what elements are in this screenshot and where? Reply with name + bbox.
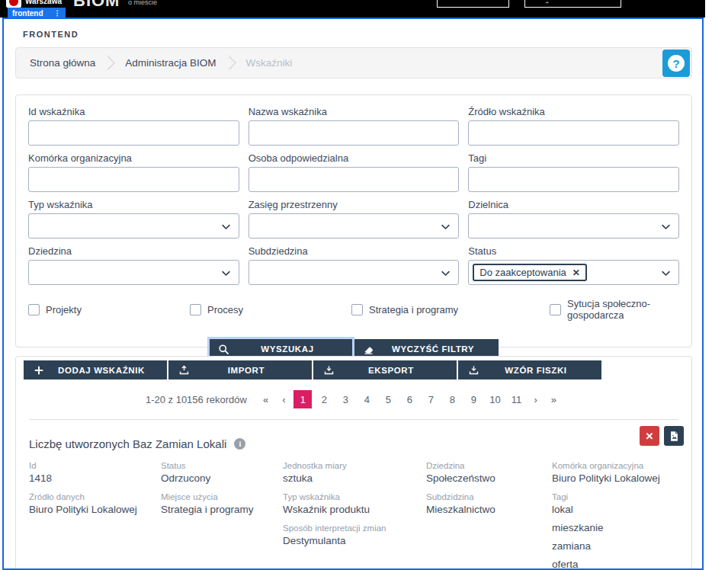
- checkbox-sytuacja-spoleczno-gospodarcza[interactable]: Sytucja społeczno-gospodarcza: [550, 298, 679, 321]
- osoba-odpowiedzialna-input[interactable]: [249, 167, 460, 192]
- id-wskaznika-input[interactable]: [28, 120, 239, 146]
- next-page-button[interactable]: ›: [528, 392, 542, 408]
- results-toolbar: DODAJ WSKAŹNIK IMPORT EKSPORT WZÓR FISZK…: [24, 360, 684, 379]
- page-button-9[interactable]: 9: [464, 390, 483, 408]
- import-button[interactable]: IMPORT: [168, 360, 312, 379]
- field-zrodlo-wskaznika: Źródło wskaźnika: [468, 106, 679, 146]
- typ-wskaznika-select[interactable]: [28, 213, 239, 239]
- help-button[interactable]: ?: [662, 50, 690, 77]
- dzielnica-select[interactable]: [468, 213, 679, 239]
- prev-page-button[interactable]: ‹: [277, 392, 290, 408]
- checkbox-icon[interactable]: [190, 304, 201, 315]
- checkbox-projekty[interactable]: Projekty: [28, 298, 190, 321]
- page-button-11[interactable]: 11: [507, 390, 525, 408]
- detail-label: Sposób interpretacji zmian: [283, 524, 426, 533]
- detail-value: 1418: [29, 472, 161, 484]
- download-icon: [313, 364, 344, 376]
- detail-value: sztuka: [283, 472, 426, 484]
- detail-field: Status Odrzucony: [161, 461, 283, 484]
- page-button-4[interactable]: 4: [358, 390, 376, 408]
- field-label: Komórka organizacyjna: [28, 152, 239, 164]
- detail-value: Mieszkalnictwo: [426, 504, 552, 515]
- checkbox-icon[interactable]: [550, 304, 561, 315]
- field-status: Status Do zaakceptowania ✕: [468, 245, 679, 285]
- page-button-5[interactable]: 5: [379, 390, 397, 408]
- header-button-2[interactable]: [524, 0, 621, 8]
- zasieg-przestrzenny-select[interactable]: [249, 213, 460, 239]
- detail-label: Id: [29, 461, 161, 470]
- info-icon[interactable]: i: [234, 438, 245, 450]
- detail-field: Sposób interpretacji zmian Destymulanta: [283, 524, 426, 546]
- page-button-10[interactable]: 10: [486, 390, 504, 408]
- last-page-button[interactable]: »: [546, 392, 562, 408]
- chevron-right-icon: [222, 56, 236, 69]
- add-indicator-button[interactable]: DODAJ WSKAŹNIK: [24, 360, 167, 379]
- devtools-frontend-tab[interactable]: frontend ⋮: [8, 8, 66, 18]
- nazwa-wskaznika-input[interactable]: [249, 120, 460, 146]
- tag-item: oferta: [552, 559, 684, 570]
- header-button-1[interactable]: [437, 0, 509, 8]
- delete-record-button[interactable]: ✕: [640, 426, 659, 446]
- field-komorka-organizacyjna: Komórka organizacyjna: [28, 152, 239, 192]
- download-icon: [458, 364, 489, 376]
- tagi-input[interactable]: [468, 167, 679, 192]
- status-chip: Do zaakceptowania ✕: [473, 264, 587, 281]
- detail-value: Destymulanta: [283, 535, 426, 546]
- page-button-1[interactable]: 1: [293, 390, 312, 408]
- detail-label: Typ wskaźnika: [283, 492, 426, 501]
- field-label: Zasięg przestrzenny: [249, 199, 460, 210]
- card-template-button[interactable]: WZÓR FISZKI: [458, 360, 601, 379]
- detail-field-tags: Tagi lokal mieszkanie zamiana oferta: [552, 492, 684, 570]
- field-label: Typ wskaźnika: [28, 199, 239, 210]
- detail-column-4: Dziedzina Społeczeństwo Subdzidzina Mies…: [426, 461, 552, 570]
- export-label: EKSPORT: [344, 366, 457, 375]
- checkbox-procesy[interactable]: Procesy: [190, 298, 351, 321]
- breadcrumb-admin[interactable]: Administracja BIOM: [125, 57, 216, 69]
- status-select[interactable]: Do zaakceptowania ✕: [468, 260, 679, 285]
- export-button[interactable]: EKSPORT: [313, 360, 457, 379]
- detail-field: Komórka organizacyjna Biuro Polityki Lok…: [552, 461, 684, 484]
- detail-value: Strategia i programy: [161, 504, 283, 515]
- checkbox-icon[interactable]: [28, 304, 40, 315]
- chip-remove-icon[interactable]: ✕: [572, 267, 580, 278]
- page-button-7[interactable]: 7: [422, 390, 440, 408]
- section-label: FRONTEND: [23, 30, 79, 39]
- checkbox-icon[interactable]: [351, 304, 363, 315]
- subdziedzina-select[interactable]: [249, 260, 460, 285]
- page-button-6[interactable]: 6: [400, 390, 419, 408]
- field-nazwa-wskaznika: Nazwa wskaźnika: [249, 106, 460, 146]
- field-label: Tagi: [468, 152, 679, 164]
- field-label: Status: [468, 245, 679, 257]
- zrodlo-wskaznika-input[interactable]: [468, 120, 679, 146]
- upload-icon: [168, 364, 199, 376]
- first-page-button[interactable]: «: [258, 392, 274, 408]
- detail-column-2: Status Odrzucony Miejsce użycia Strategi…: [161, 461, 283, 570]
- field-label: Nazwa wskaźnika: [249, 106, 460, 117]
- chevron-right-icon: [101, 56, 115, 69]
- divider: [29, 419, 678, 420]
- checkbox-strategia-i-programy[interactable]: Strategia i programy: [351, 298, 550, 321]
- page-button-2[interactable]: 2: [315, 390, 333, 408]
- close-icon: ✕: [646, 431, 654, 442]
- detail-label: Źródło danych: [29, 492, 161, 501]
- komorka-organizacyjna-input[interactable]: [28, 167, 239, 192]
- detail-field: Typ wskaźnika Wskaźnik produktu: [283, 492, 426, 515]
- detail-column-5: Komórka organizacyjna Biuro Polityki Lok…: [552, 461, 684, 570]
- detail-field: Id 1418: [29, 461, 161, 484]
- detail-column-1: Id 1418 Źródło danych Biuro Polityki Lok…: [29, 461, 161, 570]
- record-file-export-button[interactable]: [664, 426, 684, 446]
- eraser-icon: [354, 344, 383, 355]
- field-tagi: Tagi: [468, 152, 679, 192]
- dziedzina-select[interactable]: [28, 260, 239, 285]
- question-icon: ?: [668, 55, 685, 72]
- record-details: Id 1418 Źródło danych Biuro Polityki Lok…: [29, 461, 684, 570]
- kebab-menu-icon[interactable]: ⋮: [54, 9, 61, 17]
- warsaw-logo-icon: [6, 0, 21, 8]
- checkbox-label: Procesy: [207, 304, 243, 315]
- devtools-tab-label: frontend: [12, 9, 43, 18]
- page-button-3[interactable]: 3: [336, 390, 354, 408]
- breadcrumb-home[interactable]: Strona główna: [30, 57, 95, 69]
- page-button-8[interactable]: 8: [443, 390, 461, 408]
- tag-item: mieszkanie: [552, 522, 684, 533]
- detail-value: Wskaźnik produktu: [283, 504, 426, 515]
